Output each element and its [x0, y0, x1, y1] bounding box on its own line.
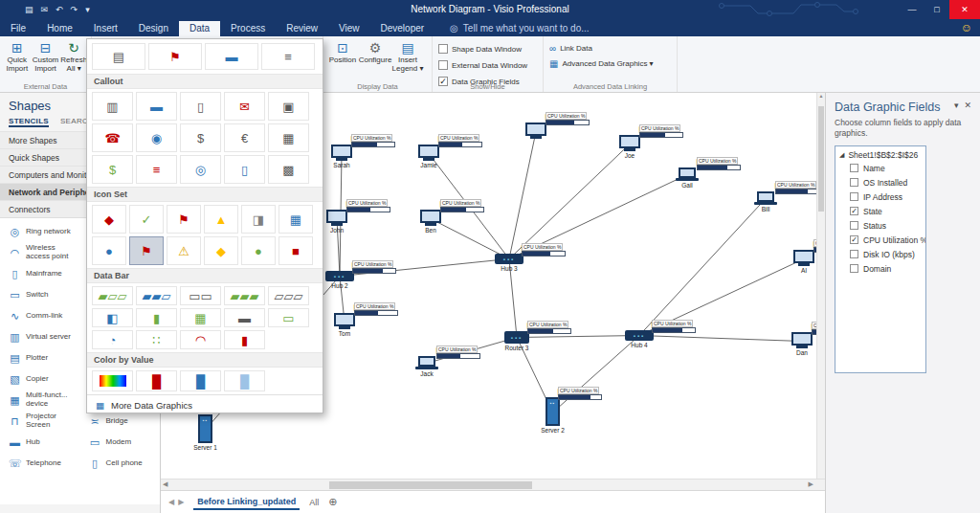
node-hub2[interactable]: ▪▪▪⚑CPU Utilization %Hub 2 [325, 271, 354, 281]
pane-menu-icon[interactable]: ▾ [954, 100, 959, 110]
callout-item[interactable]: ✉ [224, 92, 265, 121]
mail-icon[interactable]: ✉ [41, 5, 49, 14]
field-name[interactable]: Name [837, 161, 924, 175]
pane-close-icon[interactable]: ✕ [964, 100, 971, 110]
scroll-right-icon[interactable]: ▶ [809, 480, 813, 488]
tab-home[interactable]: Home [36, 21, 83, 36]
position-button[interactable]: ⊡Position [326, 39, 359, 65]
callout-item[interactable]: ▯ [180, 92, 221, 121]
vertical-scrollbar-thumb[interactable] [818, 106, 824, 212]
icon-set-item[interactable]: ▦ [278, 205, 313, 234]
tell-me-box[interactable]: ◎ Tell me what you want to do... [450, 23, 589, 36]
node-server1[interactable]: ▪▪Server 1 [198, 414, 212, 443]
node-jack[interactable]: ⚑CPU Utilization %Jack [415, 356, 438, 369]
field-os-installed[interactable]: OS Installed [837, 175, 924, 190]
shape-data-window-checkbox[interactable]: Shape Data Window [435, 42, 530, 56]
shape-bridge[interactable]: ≍Bridge [80, 411, 161, 432]
vertical-scrollbar[interactable]: ▲ [816, 93, 825, 479]
callout-item[interactable]: $ [92, 155, 133, 184]
connector-dan-hub4[interactable] [639, 336, 802, 342]
shape-projector-screen[interactable]: ⊓Projector Screen [0, 411, 80, 432]
node-john[interactable]: ⚑CPU Utilization %John [325, 210, 348, 226]
flag-callout-tile[interactable]: ⚑ [148, 43, 202, 70]
field-domain[interactable]: Domain [837, 261, 924, 276]
data-bar-item[interactable]: ▰▱▱ [92, 286, 133, 305]
save-icon[interactable]: ▤ [25, 5, 33, 14]
shape-telephone[interactable]: ☏Telephone [0, 453, 80, 474]
shape-mainframe[interactable]: ▯Mainframe [0, 263, 80, 284]
connector-router3-hub4[interactable] [517, 336, 639, 338]
callout-item[interactable]: ☎ [92, 123, 133, 152]
bar-callout-tile[interactable]: ▬ [205, 43, 258, 70]
undo-icon[interactable]: ↶ [56, 5, 63, 14]
next-page-icon[interactable]: ▶ [178, 498, 184, 506]
node-gail[interactable]: ⚑CPU Utilization %Gail [676, 167, 699, 181]
node-jamie[interactable]: ⚑CPU Utilization %Jamie [417, 145, 440, 161]
connector-pc-top-hub3[interactable] [509, 132, 536, 259]
shape-cell-phone[interactable]: ▯Cell phone [80, 453, 161, 474]
shape-wireless-access-point[interactable]: ◠Wireless access point [0, 242, 80, 263]
callout-item[interactable]: ▯ [224, 155, 265, 184]
node-ben[interactable]: ⚑CPU Utilization %Ben [419, 210, 442, 226]
callout-item[interactable]: $ [180, 123, 221, 152]
node-hub3[interactable]: ▪▪▪⚑CPU Utilization %Hub 3 [495, 254, 523, 264]
shape-hub[interactable]: ▬Hub [0, 432, 80, 453]
node-server2[interactable]: ▪▪⚑CPU Utilization %Server 2 [546, 397, 560, 426]
sheet-range-row[interactable]: ◢ Sheet1!$B$2:$I$26 [837, 149, 924, 161]
field-status[interactable]: Status [837, 218, 924, 233]
minimize-button[interactable]: — [900, 0, 924, 19]
shape-virtual-server[interactable]: ▥Virtual server [0, 326, 80, 347]
node-router3[interactable]: ▪▪▪⚑CPU Utilization %Router 3 [504, 331, 529, 344]
insert-legend-button[interactable]: ▤InsertLegend ▾ [391, 39, 424, 74]
tab-review[interactable]: Review [276, 21, 328, 36]
data-bar-item[interactable]: ◧ [92, 308, 133, 327]
qat-customize-icon[interactable]: ▾ [85, 5, 90, 14]
feedback-smiley-icon[interactable]: ☺ [961, 21, 972, 34]
icon-set-item[interactable]: ⚠ [167, 236, 201, 265]
callout-item[interactable]: ▩ [268, 155, 309, 184]
shape-switch[interactable]: ▭Switch [0, 284, 80, 305]
data-bar-item[interactable]: ▭▭ [180, 286, 221, 305]
data-bar-item[interactable]: ▭ [268, 308, 309, 327]
icon-set-item[interactable]: ● [92, 236, 126, 265]
data-bar-item[interactable]: ◠ [180, 330, 221, 349]
callout-item[interactable]: ▥ [92, 92, 133, 121]
data-bar-item[interactable]: ◔ [92, 330, 133, 349]
connector-joe-hub3[interactable] [509, 145, 630, 259]
data-bar-item[interactable]: ▦ [180, 308, 221, 327]
shape-plotter[interactable]: ▤Plotter [0, 347, 80, 368]
tab-insert[interactable]: Insert [83, 21, 128, 36]
icon-set-item[interactable]: ▲ [204, 205, 238, 234]
scroll-left-icon[interactable]: ◀ [163, 480, 167, 488]
more-data-graphics-button[interactable]: ▦ More Data Graphics [87, 394, 323, 413]
callout-item[interactable]: ▬ [136, 92, 177, 121]
redo-icon[interactable]: ↷ [71, 5, 78, 14]
tab-design[interactable]: Design [128, 21, 179, 36]
tab-stencils[interactable]: STENCILS [9, 117, 49, 127]
text-callout-tile[interactable]: ▤ [92, 43, 145, 70]
icon-set-item[interactable]: ✓ [129, 205, 164, 234]
external-data-window-checkbox[interactable]: External Data Window [435, 58, 530, 72]
prev-page-icon[interactable]: ◀ [168, 498, 174, 506]
callout-item[interactable]: ▦ [268, 123, 309, 152]
shape-multi-funct-device[interactable]: ▦Multi-funct... device [0, 390, 80, 411]
tab-process[interactable]: Process [220, 21, 276, 36]
node-hub4[interactable]: ▪▪▪⚑CPU Utilization %Hub 4 [625, 330, 654, 341]
line-callout-tile[interactable]: ≡ [261, 43, 315, 70]
color-by-value-item[interactable]: █ [224, 370, 265, 391]
callout-item[interactable]: ◎ [180, 155, 221, 184]
field-disk-io-kbps-[interactable]: Disk IO (kbps) [837, 247, 924, 261]
node-pc-top[interactable]: ⚑CPU Utilization % [524, 123, 547, 139]
tab-file[interactable]: File [0, 21, 36, 36]
shape-modem[interactable]: ▭Modem [80, 432, 161, 453]
add-page-icon[interactable]: ⊕ [328, 496, 337, 508]
quick-import-button[interactable]: ⊞QuickImport [3, 39, 32, 74]
field-state[interactable]: ✓State [837, 204, 924, 218]
data-bar-item[interactable]: ▮ [136, 308, 177, 327]
callout-item[interactable]: ▣ [268, 92, 309, 121]
data-bar-item[interactable]: ▱▱▱ [268, 286, 309, 305]
node-al[interactable]: ⚑CPU Utilization %Al [792, 250, 815, 266]
node-dan[interactable]: ⚑CPU Utilization %Dan [791, 332, 813, 348]
field-ip-address[interactable]: IP Address [837, 190, 924, 204]
data-bar-item[interactable]: ∷ [136, 330, 177, 349]
